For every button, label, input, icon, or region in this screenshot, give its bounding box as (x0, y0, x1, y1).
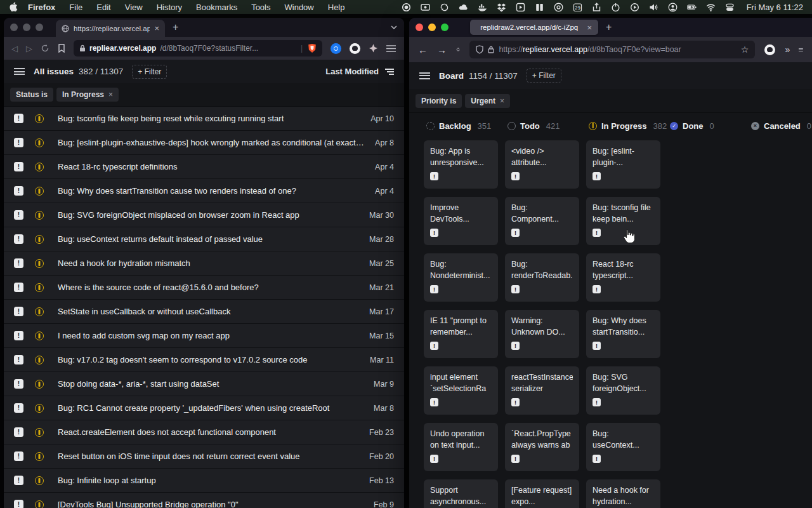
reload-button[interactable] (41, 44, 49, 53)
bookmark-icon[interactable] (58, 44, 65, 53)
issue-card[interactable]: [Feature request] expo... ! (505, 479, 579, 508)
issue-card[interactable]: `React.PropType always warns ab ! (505, 423, 579, 471)
issue-card[interactable]: Bug: Nondeterminist... ! (424, 253, 498, 302)
menu-view[interactable]: View (125, 3, 143, 12)
add-filter-button[interactable]: + Filter (132, 65, 167, 79)
filter-chip[interactable]: Urgent × (465, 94, 510, 108)
account-icon[interactable] (668, 3, 678, 12)
menu-hamburger-icon[interactable] (386, 45, 396, 52)
sort-label[interactable]: Last Modified (325, 67, 379, 76)
apple-menu-icon[interactable] (9, 2, 18, 12)
sidebar-toggle-icon[interactable] (14, 68, 25, 75)
play-circle-icon[interactable] (630, 3, 639, 12)
cloud-icon[interactable] (459, 3, 468, 12)
issue-row[interactable]: ! Bug: useContext returns default instea… (4, 227, 404, 251)
dropbox-icon[interactable] (497, 3, 506, 12)
issue-row[interactable]: ! [DevTools Bug] Unsupported Bridge oper… (4, 493, 404, 508)
issue-row[interactable]: ! React 18-rc typescript definitions Apr… (4, 155, 404, 179)
menu-window[interactable]: Window (285, 3, 314, 12)
close-window-button[interactable] (416, 23, 423, 31)
extension-pinwheel-icon[interactable] (369, 44, 378, 53)
forward-button[interactable]: ▷ (26, 44, 32, 53)
forward-button[interactable]: → (437, 44, 447, 55)
chevron-down-icon[interactable] (390, 25, 398, 30)
new-tab-button[interactable]: + (606, 22, 612, 33)
docker-icon[interactable] (478, 3, 487, 12)
github-extension-icon[interactable] (764, 44, 775, 55)
wifi-icon[interactable] (706, 3, 716, 12)
issue-row[interactable]: ! Need a hook for hydration mismatch Mar… (4, 251, 404, 276)
zoom-window-button[interactable] (36, 23, 43, 31)
minimize-window-button[interactable] (428, 23, 436, 31)
add-filter-button[interactable]: + Filter (527, 69, 561, 83)
filter-chip[interactable]: Status is (10, 88, 53, 102)
menu-bar-clock[interactable]: Fri May 6 11:22 (747, 3, 803, 12)
issue-card[interactable]: Bug: [eslint-plugin-... ! (586, 140, 660, 189)
issue-row[interactable]: ! React.createElement does not accept fu… (4, 420, 404, 444)
issue-row[interactable]: ! Bug: [eslint-plugin-exhaustive-deps] h… (4, 131, 404, 155)
issue-card[interactable]: Warning: Unknown DO... ! (505, 310, 579, 358)
bookmark-star-icon[interactable]: ☆ (741, 44, 749, 55)
issue-row[interactable]: ! Bug: v17.0.2 tag doesn't seem to corre… (4, 348, 404, 372)
issue-card[interactable]: Bug: SVG foreignObject... ! (586, 366, 660, 415)
sync-icon[interactable] (440, 3, 449, 12)
filter-chip[interactable]: In Progress × (56, 88, 119, 102)
issue-row[interactable]: ! Bug: RC1 Cannot create property '_upda… (4, 396, 404, 420)
issue-row[interactable]: ! Reset button on iOS time input does no… (4, 444, 404, 469)
back-button[interactable]: ◁ (11, 44, 18, 53)
issue-card[interactable]: reactTestInstance serializer ! (505, 366, 579, 415)
onepassword-extension-icon[interactable] (331, 43, 341, 54)
menu-file[interactable]: File (69, 3, 82, 12)
battery-charging-icon[interactable] (687, 3, 697, 12)
chip-close-icon[interactable]: × (108, 90, 113, 99)
camera-icon[interactable] (421, 3, 430, 12)
issue-card[interactable]: React 18-rc typescript... ! (586, 253, 660, 302)
issue-card[interactable]: Support asynchronous... ! (424, 479, 498, 508)
tab-close-icon[interactable]: × (154, 24, 159, 32)
filter-chip[interactable]: Priority is (416, 94, 462, 108)
issue-card[interactable]: Improve DevTools... ! (424, 197, 498, 245)
address-bar[interactable]: https:// repliear.vercel.app /d/8bTaoq7F… (469, 41, 755, 58)
calendar-29-icon[interactable]: 29 (573, 3, 582, 12)
sort-icon[interactable] (384, 68, 394, 76)
issue-row[interactable]: ! SetState in useCallback or without use… (4, 300, 404, 324)
menu-firefox[interactable]: Firefox (28, 3, 55, 12)
issue-card[interactable]: Bug: renderToReadab... ! (505, 253, 579, 302)
brave-shield-icon[interactable] (308, 43, 317, 53)
issue-row[interactable]: ! I need to add custom svg map on my rea… (4, 324, 404, 348)
new-tab-button[interactable]: + (173, 22, 178, 33)
record-icon[interactable] (402, 3, 411, 12)
menu-bookmarks[interactable]: Bookmarks (196, 3, 237, 12)
menu-tools[interactable]: Tools (251, 3, 270, 12)
issue-card[interactable]: Bug: Why does startTransitio... ! (586, 310, 660, 358)
close-window-button[interactable] (10, 23, 18, 31)
issue-card[interactable]: Need a hook for hydration... ! (586, 479, 660, 508)
issue-card[interactable]: Bug: App is unresponsive... ! (424, 140, 498, 189)
issue-card[interactable]: Undo operation on text input... ! (424, 423, 498, 471)
overflow-menu-icon[interactable]: » (785, 44, 789, 55)
onepassword-icon[interactable] (554, 3, 563, 12)
browser-tab[interactable]: replidraw2.vercel.app/d/c-iZpq × (470, 20, 598, 35)
menu-edit[interactable]: Edit (96, 3, 110, 12)
browser-tab[interactable]: https://repliear.vercel.app/d/8b × (56, 20, 165, 37)
shield-icon[interactable] (476, 45, 483, 54)
upload-box-icon[interactable] (592, 3, 601, 12)
reload-button[interactable] (456, 45, 460, 54)
issue-card[interactable]: Bug: tsconfig file keep bein... ! (586, 197, 660, 245)
issue-card[interactable]: Bug: useContext... ! (586, 423, 660, 471)
menu-hamburger-icon[interactable] (799, 46, 803, 53)
issue-card[interactable]: Bug: Component... ! (505, 197, 579, 245)
volume-icon[interactable] (649, 3, 658, 12)
issue-card[interactable]: IE 11 "prompt to remember... ! (424, 310, 498, 358)
minimize-window-button[interactable] (23, 23, 30, 31)
sidebar-toggle-icon[interactable] (419, 72, 430, 79)
user-switch-icon[interactable] (725, 3, 735, 12)
play-square-icon[interactable] (516, 3, 525, 12)
menu-help[interactable]: Help (328, 3, 345, 12)
power-icon[interactable] (611, 3, 620, 12)
issue-row[interactable]: ! Stop doing data-*, aria-*, start using… (4, 372, 404, 396)
issue-row[interactable]: ! Bug: Why does startTransition cause tw… (4, 179, 404, 203)
issue-card[interactable]: input element `setSelectionRa ! (424, 366, 498, 415)
menu-history[interactable]: History (157, 3, 182, 12)
address-bar[interactable]: repliear.vercel.app /d/8bTaoq7F0e?status… (74, 40, 322, 57)
